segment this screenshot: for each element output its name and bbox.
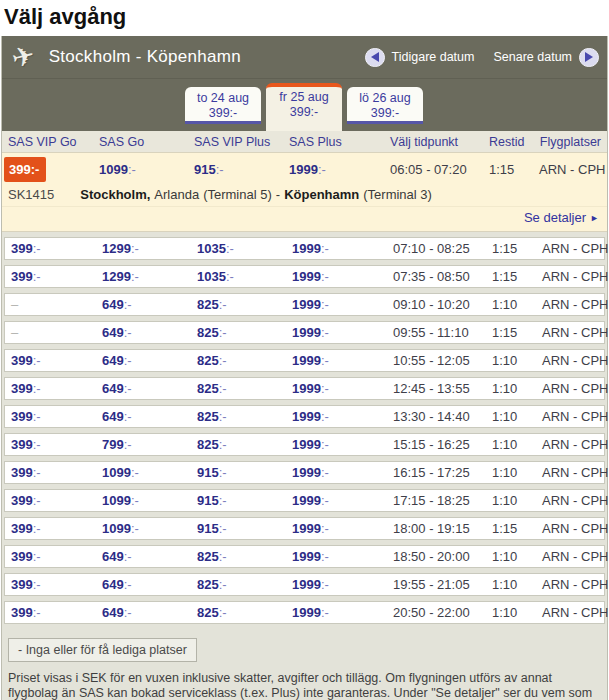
price-sas-go[interactable]: 649:- xyxy=(102,297,197,312)
column-header: SAS VIP Go xyxy=(8,135,99,149)
price-sas-plus[interactable]: 1999:- xyxy=(292,549,393,564)
flight-row[interactable]: 399:- 1099:- 915:- 1999:- 16:15 - 17:25 … xyxy=(4,461,605,484)
price-sas-vip-plus[interactable]: 915:- xyxy=(194,162,289,177)
flight-row[interactable]: 399:- 1299:- 1035:- 1999:- 07:10 - 08:25… xyxy=(4,237,605,260)
price-sas-vip-plus[interactable]: 825:- xyxy=(197,549,292,564)
price-sas-go[interactable]: 1099:- xyxy=(102,521,197,536)
price-sas-go[interactable]: 1299:- xyxy=(102,269,197,284)
price-sas-plus[interactable]: 1999:- xyxy=(292,381,393,396)
price-sas-go[interactable]: 649:- xyxy=(102,409,197,424)
price-sas-vip-go[interactable]: 399:- xyxy=(11,549,102,564)
previous-date-button[interactable] xyxy=(365,48,385,67)
see-details-label: Se detaljer xyxy=(524,210,586,225)
price-sas-vip-plus[interactable]: 915:- xyxy=(197,521,292,536)
price-sas-vip-go[interactable]: 399:- xyxy=(11,437,102,452)
price-sas-vip-plus[interactable]: 825:- xyxy=(197,437,292,452)
price-sas-plus[interactable]: 1999:- xyxy=(292,297,393,312)
price-sas-vip-plus[interactable]: 915:- xyxy=(197,493,292,508)
see-details-link[interactable]: Se detaljer ► xyxy=(524,210,599,225)
price-sas-vip-go[interactable]: 399:- xyxy=(11,269,102,284)
price-sas-go[interactable]: 649:- xyxy=(102,353,197,368)
travel-duration: 1:15 xyxy=(492,521,542,536)
arrow-left-icon xyxy=(371,52,379,62)
price-sas-vip-go[interactable]: 399:- xyxy=(11,465,102,480)
price-sas-go[interactable]: 1299:- xyxy=(102,241,197,256)
price-sas-vip-go[interactable]: 399:- xyxy=(8,157,99,182)
origin-airport: Arlanda xyxy=(154,187,199,202)
price-sas-plus[interactable]: 1999:- xyxy=(292,437,393,452)
price-sas-vip-go[interactable]: 399:- xyxy=(11,241,102,256)
price-sas-plus[interactable]: 1999:- xyxy=(292,465,393,480)
departure-arrival-time: 06:05 - 07:20 xyxy=(390,162,489,177)
flight-row[interactable]: 399:- 649:- 825:- 1999:- 10:55 - 12:05 1… xyxy=(4,349,605,372)
next-date-button[interactable] xyxy=(579,48,599,67)
price-sas-plus[interactable]: 1999:- xyxy=(292,325,393,340)
price-sas-plus[interactable]: 1999:- xyxy=(292,605,393,620)
flight-row[interactable]: 399:- 1099:- 915:- 1999:- 18:00 - 19:15 … xyxy=(4,517,605,540)
previous-date-label[interactable]: Tidigare datum xyxy=(392,50,475,64)
flight-row[interactable]: 399:- 799:- 825:- 1999:- 15:15 - 16:25 1… xyxy=(4,433,605,456)
details-link-row: Se detaljer ► xyxy=(2,206,607,231)
price-sas-vip-go[interactable]: – xyxy=(11,297,102,312)
flight-row[interactable]: 399:- 649:- 825:- 1999:- 19:55 - 21:05 1… xyxy=(4,573,605,596)
flight-row[interactable]: 399:- 649:- 825:- 1999:- 20:50 - 22:00 1… xyxy=(4,601,605,624)
travel-duration: 1:15 xyxy=(492,325,542,340)
flight-row[interactable]: 399:- 649:- 825:- 1999:- 18:50 - 20:00 1… xyxy=(4,545,605,568)
price-sas-vip-go[interactable]: 399:- xyxy=(11,605,102,620)
price-sas-go[interactable]: 649:- xyxy=(102,605,197,620)
flight-row[interactable]: 399:- 649:- 825:- 1999:- 12:45 - 13:55 1… xyxy=(4,377,605,400)
price-sas-go[interactable]: 649:- xyxy=(102,549,197,564)
price-sas-vip-plus[interactable]: 825:- xyxy=(197,297,292,312)
price-sas-go[interactable]: 649:- xyxy=(102,381,197,396)
tab-date-label: fr 25 aug xyxy=(266,90,342,105)
tab-date-label: lö 26 aug xyxy=(347,91,423,106)
price-sas-vip-go[interactable]: 399:- xyxy=(11,381,102,396)
price-sas-vip-plus[interactable]: 825:- xyxy=(197,409,292,424)
date-tab[interactable]: to 24 aug 399:- xyxy=(185,87,261,124)
flight-row[interactable]: – 649:- 825:- 1999:- 09:10 - 10:20 1:10 … xyxy=(4,293,605,316)
price-sas-plus[interactable]: 1999:- xyxy=(289,162,390,177)
departure-arrival-time: 18:00 - 19:15 xyxy=(393,521,492,536)
price-sas-plus[interactable]: 1999:- xyxy=(292,409,393,424)
flight-row[interactable]: – 649:- 825:- 1999:- 09:55 - 11:10 1:15 … xyxy=(4,321,605,344)
price-sas-vip-go[interactable]: 399:- xyxy=(11,353,102,368)
price-sas-plus[interactable]: 1999:- xyxy=(292,241,393,256)
price-sas-vip-plus[interactable]: 825:- xyxy=(197,353,292,368)
price-sas-go[interactable]: 1099:- xyxy=(102,493,197,508)
selected-price-badge[interactable]: 399:- xyxy=(4,157,46,182)
price-sas-vip-go[interactable]: 399:- xyxy=(11,577,102,592)
selected-flight-row[interactable]: 399:-1099:-915:-1999:-06:05 - 07:201:15A… xyxy=(2,153,607,186)
flight-row[interactable]: 399:- 649:- 825:- 1999:- 13:30 - 14:40 1… xyxy=(4,405,605,428)
departure-arrival-time: 17:15 - 18:25 xyxy=(393,493,492,508)
price-sas-vip-plus[interactable]: 825:- xyxy=(197,381,292,396)
price-sas-plus[interactable]: 1999:- xyxy=(292,493,393,508)
price-sas-plus[interactable]: 1999:- xyxy=(292,269,393,284)
price-sas-vip-plus[interactable]: 825:- xyxy=(197,577,292,592)
date-tab[interactable]: lö 26 aug 399:- xyxy=(347,87,423,124)
price-sas-go[interactable]: 1099:- xyxy=(102,465,197,480)
flight-row[interactable]: 399:- 1099:- 915:- 1999:- 17:15 - 18:25 … xyxy=(4,489,605,512)
price-sas-plus[interactable]: 1999:- xyxy=(292,577,393,592)
price-sas-vip-plus[interactable]: 825:- xyxy=(197,605,292,620)
price-sas-vip-go[interactable]: 399:- xyxy=(11,493,102,508)
price-sas-go[interactable]: 649:- xyxy=(102,577,197,592)
travel-duration: 1:10 xyxy=(492,465,542,480)
price-sas-go[interactable]: 649:- xyxy=(102,325,197,340)
price-sas-vip-go[interactable]: – xyxy=(11,325,102,340)
price-sas-go[interactable]: 799:- xyxy=(102,437,197,452)
next-date-label[interactable]: Senare datum xyxy=(493,50,572,64)
price-sas-plus[interactable]: 1999:- xyxy=(292,353,393,368)
price-sas-vip-go[interactable]: 399:- xyxy=(11,521,102,536)
price-sas-vip-plus[interactable]: 915:- xyxy=(197,465,292,480)
date-tab[interactable]: fr 25 aug 399:- xyxy=(266,83,342,131)
price-sas-vip-go[interactable]: 399:- xyxy=(11,409,102,424)
table-header-row: SAS VIP GoSAS GoSAS VIP PlusSAS PlusVälj… xyxy=(2,131,607,152)
flight-row[interactable]: 399:- 1299:- 1035:- 1999:- 07:35 - 08:50… xyxy=(4,265,605,288)
price-sas-go[interactable]: 1099:- xyxy=(99,162,194,177)
airports: ARN - CPH xyxy=(542,521,608,536)
price-sas-vip-plus[interactable]: 1035:- xyxy=(197,269,292,284)
price-sas-plus[interactable]: 1999:- xyxy=(292,521,393,536)
airports: ARN - CPH xyxy=(542,325,608,340)
price-sas-vip-plus[interactable]: 1035:- xyxy=(197,241,292,256)
price-sas-vip-plus[interactable]: 825:- xyxy=(197,325,292,340)
